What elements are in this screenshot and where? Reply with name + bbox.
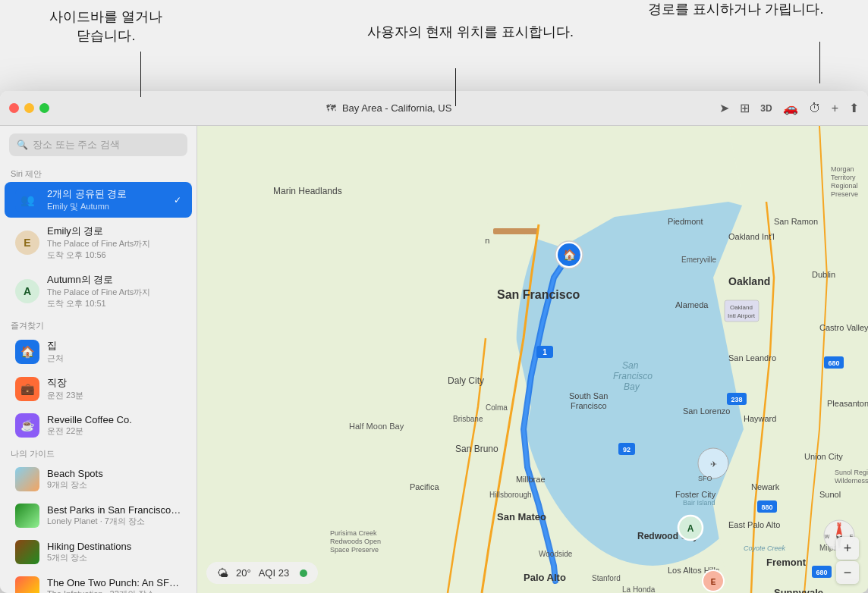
zoom-in-button[interactable]: + <box>836 537 859 560</box>
hiking-sub: 5개의 장소 <box>47 552 181 563</box>
search-placeholder: 장소 또는 주소 검색 <box>33 138 120 152</box>
autumn-route-title: Autumn의 경로 <box>47 273 181 287</box>
svg-text:Sunol: Sunol <box>819 490 841 499</box>
svg-text:La Honda: La Honda <box>622 585 656 593</box>
svg-text:880: 880 <box>761 504 772 511</box>
minimize-button[interactable] <box>24 103 34 113</box>
svg-text:238: 238 <box>731 396 742 403</box>
reveille-sub: 운전 22분 <box>47 425 181 437</box>
sidebar-item-home[interactable]: 🏠 집 근처 <box>5 334 192 369</box>
share-button[interactable]: ⬆ <box>849 101 859 115</box>
svg-text:San Mateo: San Mateo <box>497 511 546 522</box>
shared-routes-text: 2개의 공유된 경로 Emily 및 Autumn <box>47 187 166 212</box>
svg-text:Marin Headlands: Marin Headlands <box>273 186 342 196</box>
svg-text:Coyote Creek: Coyote Creek <box>744 544 786 552</box>
svg-text:Newark: Newark <box>751 482 780 491</box>
svg-text:SFO: SFO <box>698 475 712 482</box>
svg-text:Oakland: Oakland <box>728 275 770 287</box>
sidebar-item-shared-routes[interactable]: 👥 2개의 공유된 경로 Emily 및 Autumn ✓ <box>5 182 192 218</box>
svg-text:Francisco: Francisco <box>613 371 653 381</box>
parks-thumb <box>15 504 39 528</box>
svg-text:Purisima Creek: Purisima Creek <box>330 529 377 537</box>
close-button[interactable] <box>9 103 19 113</box>
sidebar-callout: 사이드바를 열거나닫습니다. <box>46 8 167 45</box>
svg-text:Foster City: Foster City <box>675 490 716 499</box>
route-button[interactable]: 🚗 <box>783 101 798 115</box>
emily-avatar: E <box>15 231 39 255</box>
layers-button[interactable]: ⊞ <box>740 101 750 115</box>
food-thumb <box>15 576 39 593</box>
work-icon: 💼 <box>15 377 39 401</box>
clock-button[interactable]: ⏱ <box>809 102 821 115</box>
svg-text:Piedmont: Piedmont <box>668 217 703 226</box>
svg-text:Woodside: Woodside <box>539 550 573 558</box>
svg-text:Hayward: Hayward <box>744 414 776 423</box>
svg-text:Wilderness: Wilderness <box>835 477 868 485</box>
svg-text:A: A <box>687 523 694 534</box>
titlebar-title: Bay Area - California, US <box>342 102 452 114</box>
svg-text:San Lorenzo: San Lorenzo <box>683 406 730 416</box>
map-svg: Golden Gate <box>197 126 868 593</box>
svg-text:Stanford: Stanford <box>592 574 621 582</box>
sidebar-item-one-two-punch[interactable]: The One Two Punch: An SF date... The Inf… <box>5 571 192 593</box>
svg-text:Brisbane: Brisbane <box>453 415 483 423</box>
sidebar-item-autumn-route[interactable]: A Autumn의 경로 The Palace of Fine Arts까지 도… <box>5 268 192 315</box>
temperature: 20° <box>236 567 251 579</box>
work-text: 직장 운전 23분 <box>47 376 181 401</box>
sidebar-item-beach-spots[interactable]: Beach Spots 9개의 장소 <box>5 462 192 497</box>
sidebar-item-best-parks[interactable]: Best Parks in San Francisco to... Lonely… <box>5 498 192 533</box>
maximize-button[interactable] <box>39 103 49 113</box>
svg-text:Emeryville: Emeryville <box>681 256 717 264</box>
svg-text:Dublin: Dublin <box>812 270 835 279</box>
svg-rect-3 <box>493 228 539 234</box>
svg-text:1: 1 <box>542 348 547 356</box>
aqi-dot <box>300 569 307 577</box>
svg-text:680: 680 <box>816 569 827 576</box>
shared-routes-title: 2개의 공유된 경로 <box>47 187 166 201</box>
svg-text:Daly City: Daly City <box>448 375 484 386</box>
svg-text:Intl Airport: Intl Airport <box>728 312 756 319</box>
siri-section-label: Siri 제안 <box>0 164 197 181</box>
beach-text: Beach Spots 9개의 장소 <box>47 468 181 491</box>
autumn-route-sub2: 도착 오후 10:51 <box>47 298 181 309</box>
sidebar-item-hiking[interactable]: Hiking Destinations 5개의 장소 <box>5 535 192 569</box>
parks-text: Best Parks in San Francisco to... Lonely… <box>47 504 181 527</box>
main-content: 🔍 장소 또는 주소 검색 Siri 제안 👥 2개의 공유된 경로 Emily… <box>0 126 868 593</box>
svg-text:✈: ✈ <box>710 460 717 469</box>
titlebar-center: 🗺 Bay Area - California, US <box>58 102 719 114</box>
sidebar-item-work[interactable]: 💼 직장 운전 23분 <box>5 371 192 406</box>
search-bar: 🔍 장소 또는 주소 검색 <box>0 126 197 164</box>
map-area[interactable]: Golden Gate <box>197 126 868 593</box>
svg-text:Alameda: Alameda <box>675 300 709 309</box>
route-callout-line <box>819 42 820 83</box>
svg-text:E: E <box>711 578 716 586</box>
svg-text:Hillsborough: Hillsborough <box>489 491 532 499</box>
svg-text:Sunol Regional: Sunol Regional <box>835 469 868 476</box>
svg-text:Francisco: Francisco <box>571 401 607 410</box>
emily-route-title: Emily의 경로 <box>47 224 181 238</box>
svg-text:Union City: Union City <box>804 452 843 461</box>
sidebar-item-reveille[interactable]: ☕ Reveille Coffee Co. 운전 22분 <box>5 408 192 443</box>
beach-thumb <box>15 467 39 491</box>
work-title: 직장 <box>47 376 181 390</box>
food-text: The One Two Punch: An SF date... The Inf… <box>47 577 181 593</box>
route-callout: 경로를 표시하거나 가립니다. <box>637 0 835 19</box>
zoom-in-title[interactable]: + <box>832 102 838 115</box>
search-input[interactable]: 🔍 장소 또는 주소 검색 <box>9 133 187 156</box>
location-button[interactable]: ➤ <box>719 101 729 115</box>
autumn-route-text: Autumn의 경로 The Palace of Fine Arts까지 도착 … <box>47 273 181 309</box>
svg-text:Space Preserve: Space Preserve <box>330 546 379 554</box>
zoom-controls: + − <box>836 537 859 584</box>
svg-text:🏠: 🏠 <box>563 249 577 262</box>
svg-text:Bair Island: Bair Island <box>683 499 715 507</box>
threed-button[interactable]: 3D <box>760 103 772 114</box>
favorites-section-label: 즐겨찾기 <box>0 315 197 333</box>
svg-text:San Leandro: San Leandro <box>728 353 776 362</box>
reveille-title: Reveille Coffee Co. <box>47 414 181 425</box>
location-callout: 사용자의 현재 위치를 표시합니다. <box>364 23 577 42</box>
beach-title: Beach Spots <box>47 468 181 479</box>
sidebar-item-emily-route[interactable]: E Emily의 경로 The Palace of Fine Arts까지 도착… <box>5 219 192 266</box>
svg-text:Pacifica: Pacifica <box>410 482 439 491</box>
emily-route-sub1: The Palace of Fine Arts까지 <box>47 238 181 249</box>
zoom-out-button[interactable]: − <box>836 561 859 584</box>
